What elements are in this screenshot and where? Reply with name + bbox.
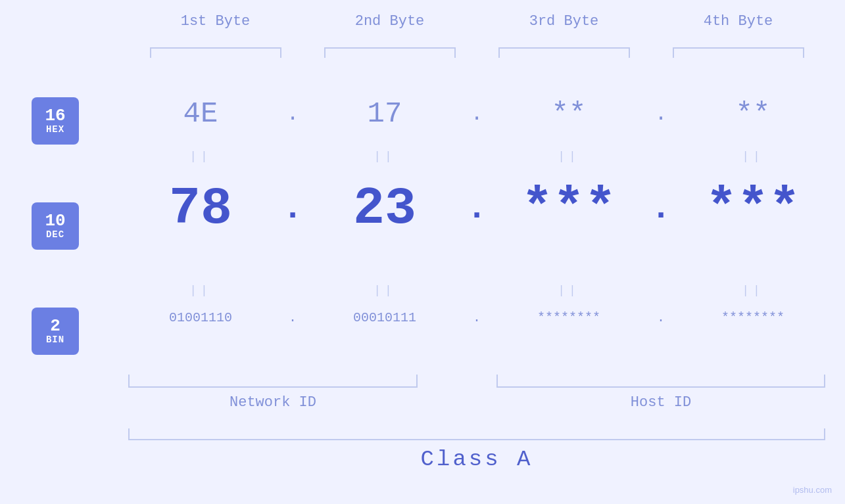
eq2-byte1: ||: [135, 284, 266, 297]
dec-badge: 10 DEC: [32, 202, 79, 250]
dec-dot1: .: [279, 189, 306, 228]
bin-dot1: .: [279, 310, 306, 325]
top-brackets: [128, 47, 825, 58]
hex-dot3: .: [648, 102, 674, 126]
hex-badge-label: HEX: [46, 124, 64, 135]
hex-dot1: .: [279, 102, 306, 126]
class-bracket-row: Class A: [128, 428, 825, 472]
network-id-label: Network ID: [128, 394, 418, 411]
bin-badge-label: BIN: [46, 334, 64, 345]
eq1-byte3: ||: [503, 150, 635, 163]
dec-byte4: ***: [687, 179, 819, 239]
bin-row: 01001110 . 00010111 . ******** . *******…: [128, 310, 825, 325]
byte1-header: 1st Byte: [143, 13, 288, 30]
bracket-byte1: [150, 47, 281, 58]
header-row: 1st Byte 2nd Byte 3rd Byte 4th Byte: [128, 13, 825, 30]
bin-byte1: 01001110: [135, 310, 266, 325]
main-layout: 1st Byte 2nd Byte 3rd Byte 4th Byte 16 H…: [0, 0, 845, 504]
hex-row: 4E . 17 . ** . **: [128, 97, 825, 130]
bin-byte3: ********: [503, 310, 635, 325]
equals-row-2: || || || ||: [128, 284, 825, 297]
eq2-byte3: ||: [503, 284, 635, 297]
bin-badge-number: 2: [50, 317, 60, 334]
bottom-labels: Network ID Host ID: [128, 394, 825, 411]
bracket-byte3: [498, 47, 630, 58]
bin-byte2: 00010111: [319, 310, 450, 325]
dec-badge-number: 10: [45, 212, 65, 229]
bracket-byte4: [673, 47, 804, 58]
host-id-label: Host ID: [496, 394, 825, 411]
dec-badge-label: DEC: [46, 229, 64, 240]
byte2-header: 2nd Byte: [318, 13, 462, 30]
eq1-byte4: ||: [687, 150, 819, 163]
eq1-byte2: ||: [319, 150, 450, 163]
hex-byte2: 17: [319, 97, 450, 130]
bottom-brackets: [128, 375, 825, 388]
dec-byte1: 78: [135, 179, 266, 239]
hex-byte3: **: [503, 97, 635, 130]
dec-dot3: .: [648, 189, 674, 228]
bin-dot3: .: [648, 310, 674, 325]
hex-byte1: 4E: [135, 97, 266, 130]
hex-dot2: .: [464, 102, 490, 126]
hex-byte4: **: [687, 97, 819, 130]
bin-byte4: ********: [687, 310, 819, 325]
dec-byte3: ***: [503, 179, 635, 239]
watermark: ipshu.com: [793, 485, 832, 495]
dec-byte2: 23: [319, 179, 450, 239]
host-id-bracket: [496, 375, 825, 388]
equals-row-1: || || || ||: [128, 150, 825, 163]
bracket-byte2: [324, 47, 456, 58]
class-label: Class A: [128, 447, 825, 472]
eq1-byte1: ||: [135, 150, 266, 163]
dec-row: 78 . 23 . *** . ***: [128, 179, 825, 239]
network-id-bracket: [128, 375, 418, 388]
byte4-header: 4th Byte: [666, 13, 811, 30]
class-bracket: [128, 428, 825, 440]
dec-dot2: .: [464, 189, 490, 228]
byte3-header: 3rd Byte: [492, 13, 637, 30]
hex-badge-number: 16: [45, 107, 65, 124]
hex-badge: 16 HEX: [32, 97, 79, 145]
bin-badge: 2 BIN: [32, 308, 79, 355]
bin-dot2: .: [464, 310, 490, 325]
eq2-byte4: ||: [687, 284, 819, 297]
eq2-byte2: ||: [319, 284, 450, 297]
